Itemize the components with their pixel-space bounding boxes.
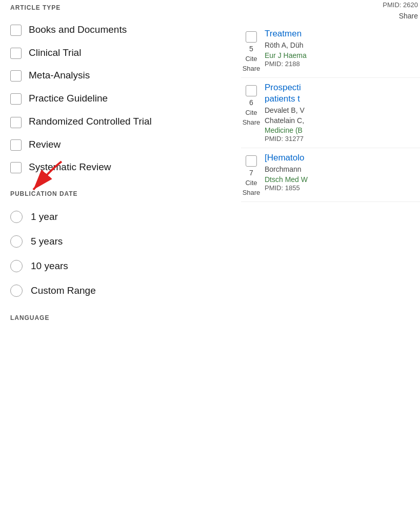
result-5-authors: Röth A, Düh [265,41,420,51]
result-6-pmid: PMID: 31277 [265,135,420,143]
result-6-number: 6 [246,98,256,107]
result-6-checkbox[interactable] [246,85,257,96]
result-7-left: 7 Cite Share [241,152,262,196]
result-5-number: 5 [246,45,256,53]
share-top[interactable]: Share [241,12,420,24]
result-7-cite[interactable]: Cite [245,179,257,187]
pub-date-heading: PUBLICATION DATE [10,190,226,197]
checkbox-practice[interactable] [10,93,22,105]
result-5-cite[interactable]: Cite [245,55,257,63]
checkbox-review[interactable] [10,139,22,151]
filter-1year[interactable]: 1 year [10,205,226,229]
result-7-pmid: PMID: 1855 [265,184,420,192]
result-7-number: 7 [246,169,256,177]
result-7-authors: Borchmann [265,165,420,175]
filter-custom[interactable]: Custom Range [10,278,226,303]
filter-5years-label: 5 years [31,236,63,247]
result-5-content: Treatmen Röth A, Düh Eur J Haema PMID: 2… [265,28,420,68]
checkbox-systematic[interactable] [10,162,22,173]
filter-custom-label: Custom Range [31,285,96,296]
result-7-journal: Dtsch Med W [265,175,420,184]
article-type-filter-group: Books and Documents Clinical Trial Meta-… [10,18,226,179]
left-panel: ARTICLE TYPE Books and Documents Clinica… [0,0,236,525]
pub-date-filter-group: 1 year 5 years 10 years Custom Range [10,205,226,303]
result-5-title[interactable]: Treatmen [265,29,302,38]
checkbox-rct[interactable] [10,117,22,128]
filter-practice[interactable]: Practice Guideline [10,87,226,110]
language-heading: LANGUAGE [10,314,226,321]
result-6-cite[interactable]: Cite [245,109,257,116]
filter-10years[interactable]: 10 years [10,254,226,278]
result-6-authors: Devalet B, VChatelain C, [265,106,420,126]
result-5-pmid: PMID: 2188 [265,60,420,68]
result-item-6: 6 Cite Share Prospectipatients t Devalet… [241,78,420,148]
filter-clinical-label: Clinical Trial [29,47,81,59]
result-7-title[interactable]: [Hematolo [265,153,304,163]
result-item-7: 7 Cite Share [Hematolo Borchmann Dtsch M… [241,148,420,202]
result-7-checkbox[interactable] [246,155,257,167]
filter-rct[interactable]: Randomized Controlled Trial [10,110,226,133]
checkbox-clinical[interactable] [10,48,22,59]
filter-books[interactable]: Books and Documents [10,18,226,42]
checkbox-books[interactable] [10,25,22,36]
result-6-content: Prospectipatients t Devalet B, VChatelai… [265,82,420,143]
result-5-journal: Eur J Haema [265,51,420,59]
filter-review[interactable]: Review [10,133,226,156]
filter-meta-label: Meta-Analysis [29,69,90,82]
radio-10years[interactable] [10,260,23,272]
filter-clinical[interactable]: Clinical Trial [10,42,226,65]
radio-custom[interactable] [10,285,23,297]
filter-10years-label: 10 years [31,260,68,272]
filter-systematic-label: Systematic Review [29,161,111,174]
right-panel: PMID: 2620 Share 5 Cite Share Treatmen R… [236,0,420,525]
pub-date-section: PUBLICATION DATE 1 year 5 years 10 years… [10,190,226,303]
filter-1year-label: 1 year [31,211,58,223]
filter-meta[interactable]: Meta-Analysis [10,64,226,87]
top-pmid: PMID: 2620 [241,0,420,12]
filter-5years[interactable]: 5 years [10,229,226,254]
result-7-share[interactable]: Share [243,189,261,196]
filter-practice-label: Practice Guideline [29,92,108,105]
article-type-heading: ARTICLE TYPE [10,4,226,11]
result-5-checkbox[interactable] [246,31,257,43]
filter-review-label: Review [29,138,61,151]
result-item-5: 5 Cite Share Treatmen Röth A, Düh Eur J … [241,24,420,78]
result-5-left: 5 Cite Share [241,28,262,72]
radio-1year[interactable] [10,211,23,223]
result-6-left: 6 Cite Share [241,82,262,126]
radio-5years[interactable] [10,235,23,248]
filter-systematic[interactable]: Systematic Review [10,156,226,179]
filter-rct-label: Randomized Controlled Trial [29,115,152,128]
result-6-journal: Medicine (B [265,126,420,134]
checkbox-meta[interactable] [10,70,22,82]
language-section: LANGUAGE [10,314,226,321]
result-6-title[interactable]: Prospectipatients t [265,83,301,104]
filter-books-label: Books and Documents [29,24,127,36]
result-5-share[interactable]: Share [243,65,261,72]
result-6-share[interactable]: Share [243,118,261,126]
result-7-content: [Hematolo Borchmann Dtsch Med W PMID: 18… [265,152,420,192]
